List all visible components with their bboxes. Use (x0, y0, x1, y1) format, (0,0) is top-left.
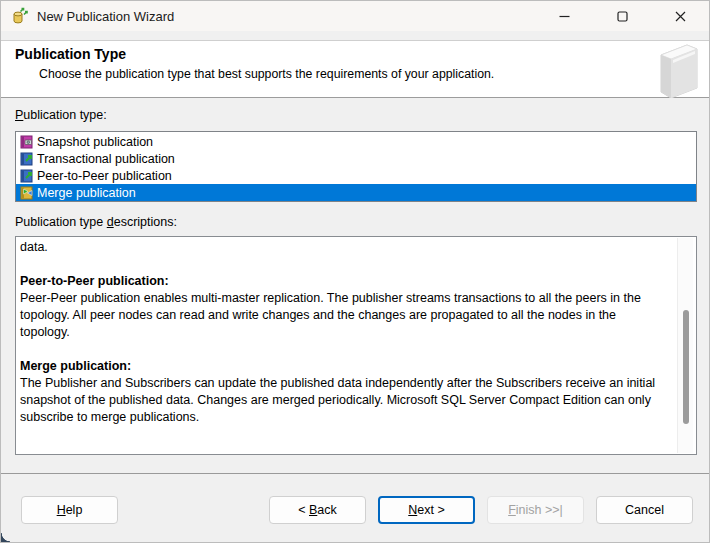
window-title: New Publication Wizard (37, 9, 174, 24)
merge-publication-icon (18, 186, 34, 200)
descriptions-label: Publication type descriptions: (15, 215, 177, 229)
back-button[interactable]: < Back (269, 496, 366, 524)
transactional-publication-icon (18, 152, 34, 166)
page-subtitle: Choose the publication type that best su… (39, 67, 494, 81)
new-publication-wizard-dialog: New Publication Wizard Publication Type … (0, 0, 710, 543)
list-item-peer-to-peer[interactable]: Peer-to-Peer publication (16, 167, 696, 184)
list-item-label: Transactional publication (37, 152, 175, 166)
description-text: data. (20, 239, 666, 256)
description-text: Peer-Peer publication enables multi-mast… (20, 290, 666, 341)
publication-type-label: Publication type: (15, 108, 107, 122)
close-icon[interactable] (651, 1, 709, 31)
description-heading: Merge publication: (20, 358, 666, 375)
separator-line (1, 473, 709, 474)
next-button[interactable]: Next > (378, 496, 475, 524)
list-item-transactional[interactable]: Transactional publication (16, 150, 696, 167)
list-item-snapshot[interactable]: Snapshot publication (16, 133, 696, 150)
page-title: Publication Type (15, 46, 126, 62)
description-heading: Peer-to-Peer publication: (20, 273, 666, 290)
description-content: data. Peer-to-Peer publication: Peer-Pee… (16, 237, 674, 454)
database-publish-icon (11, 7, 29, 25)
book-3d-graphic (653, 40, 710, 98)
wizard-header: Publication Type Choose the publication … (1, 40, 709, 98)
help-button[interactable]: Help (21, 496, 118, 524)
list-item-label: Peer-to-Peer publication (37, 169, 172, 183)
scrollbar-thumb[interactable] (683, 310, 689, 424)
list-item-merge[interactable]: Merge publication (16, 184, 696, 201)
minimize-icon[interactable] (535, 1, 593, 31)
list-item-label: Merge publication (37, 186, 136, 200)
finish-button: Finish >>| (487, 496, 584, 524)
publication-type-listbox[interactable]: Snapshot publication Transactional publi… (15, 131, 697, 202)
description-box[interactable]: data. Peer-to-Peer publication: Peer-Pee… (15, 236, 697, 455)
description-text: The Publisher and Subscribers can update… (20, 375, 666, 426)
list-item-label: Snapshot publication (37, 135, 153, 149)
snapshot-publication-icon (18, 135, 34, 149)
window-corner (0, 533, 10, 543)
cancel-button[interactable]: Cancel (596, 496, 693, 524)
titlebar[interactable]: New Publication Wizard (1, 1, 709, 31)
scrollbar[interactable] (677, 238, 693, 453)
peer-to-peer-publication-icon (18, 169, 34, 183)
maximize-icon[interactable] (593, 1, 651, 31)
